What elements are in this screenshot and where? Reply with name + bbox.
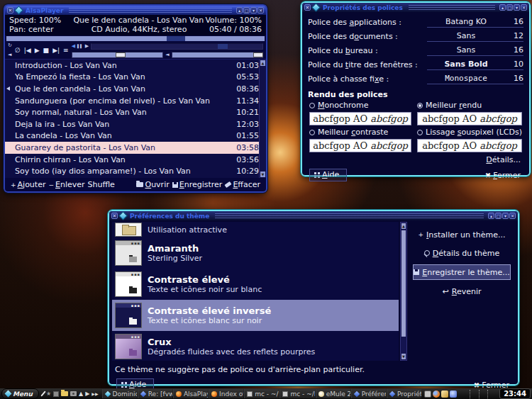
close-button[interactable]: ✕ [509,213,516,219]
close-icon[interactable]: ✕ [304,4,311,11]
tray-terminal-icon[interactable] [424,390,431,398]
cd-icon[interactable]: ∅ [15,47,21,54]
playlist-item[interactable]: Ya Empezó la fiesta - Los Van Van05:53 [5,72,266,84]
font-picker-documents[interactable]: Sans12 [427,31,523,42]
playlist-item-selected[interactable]: Guararey de pastorita - Los Van Van03:58 [5,142,266,154]
tray-firefox-icon[interactable] [433,390,440,398]
playlist-item[interactable]: Introduction - Los Van Van01:03 [5,60,266,72]
volume-handle[interactable] [253,52,263,57]
radio-best-contrast[interactable]: Meilleur contraste [309,128,411,137]
playlist-item[interactable]: La candela - Los Van Van01:55 [5,130,266,142]
scroll-thumb[interactable] [401,230,406,337]
fonts-titlebar[interactable]: ✕ Propriétés des polices ▴ ▢ ▾ ✕ [302,3,529,12]
seek-handle[interactable] [167,36,185,41]
clear-button[interactable]: Effacer [225,180,260,189]
forward-icon[interactable]: ▶ [85,43,89,49]
font-picker-window-title[interactable]: Sans Bold10 [427,60,523,70]
remove-button[interactable]: −Enlever [48,180,84,189]
pan-handle[interactable] [116,52,126,57]
window-menu-icon[interactable] [14,6,23,15]
shuffle-button[interactable]: Shuffle [88,180,115,189]
tray-app-icon[interactable] [450,390,457,398]
pager-desk-2[interactable] [470,390,478,398]
shade-button[interactable]: ▴ [488,213,494,219]
pan-slider[interactable] [72,52,163,58]
theme-details-button[interactable]: Détails du thème [413,246,511,260]
pause-icon[interactable]: ▌▌ [77,43,83,49]
pencil-icon[interactable] [40,390,45,396]
task-button[interactable]: Index of /pub/a [209,389,243,398]
save-button[interactable]: Enregistrer [172,180,223,189]
speaker-icon[interactable]: ◄ [8,52,12,57]
window-menu-icon[interactable] [311,3,321,12]
pager-desk-3[interactable] [479,390,487,398]
speed-slider[interactable] [91,43,263,50]
rewind-icon[interactable]: ◀ [72,43,75,49]
iconify-button[interactable]: ▾ [502,213,509,219]
radio-monochrome[interactable]: Monochrome [309,101,411,110]
task-button[interactable]: Préférences du [351,389,386,398]
playlist-item-playing[interactable]: Que le den candela - Los Van Van08:36 [5,83,266,95]
close-icon[interactable]: ✕ [7,7,13,13]
volume-slider[interactable] [172,52,263,58]
font-picker-applications[interactable]: Batang KO16 [427,17,523,28]
menu-button[interactable]: Menu [1,388,39,399]
task-button[interactable]: Re: [fvwm-crys [138,389,172,398]
save-theme-button[interactable]: Enregistrer le thème... [413,264,511,280]
window-menu-icon[interactable] [118,211,128,220]
theme-list-scrollbar[interactable]: ▲ ▼ [400,222,407,361]
task-button[interactable]: AlsaPlayer - Moz [173,389,208,398]
maximize-button[interactable]: ▢ [243,7,250,13]
close-button[interactable]: ✕ [257,7,264,13]
shade-button[interactable]: ▴ [236,7,243,13]
play-icon[interactable]: ▶ [85,390,89,398]
add-button[interactable]: +Ajouter [11,180,45,189]
playlist-item[interactable]: Soy todo (iay dios amparame!) - Los Van … [5,165,266,177]
next-track-icon[interactable]: ▶▶ [92,390,98,398]
theme-titlebar[interactable]: ✕ Préférences du thème ▴ ▢ ▾ ✕ [109,211,518,220]
next-button[interactable]: ▶| [52,47,60,54]
install-theme-button[interactable]: +Installer un thème... [413,227,511,242]
scroll-up-icon[interactable]: ▲ [401,223,406,229]
task-button[interactable]: mc - ~/Develo [279,389,314,398]
close-dialog-button[interactable]: ✖Fermer [484,170,522,181]
titlebar-grip[interactable] [69,8,232,13]
eject-icon[interactable]: ▲ [79,390,83,398]
theme-item-partial[interactable]: Utilisation attractive [112,222,399,237]
close-icon[interactable]: ✕ [111,213,118,219]
radio-subpixel[interactable]: Lissage souspixel (LCDs) [417,128,522,137]
maximize-button[interactable]: ▢ [495,213,501,219]
theme-item-crux[interactable]: ▪▪▪ CruxDégradés fluides avec des reflet… [112,331,399,361]
playlist-scrollbar[interactable]: ▲ ▼ [259,60,266,178]
folder-icon[interactable] [61,391,68,396]
star-icon[interactable]: ★ [46,390,51,398]
details-link[interactable]: Détails... [486,155,521,164]
playlist-item[interactable]: Chirrin chirran - Los Van Van03:56 [5,154,266,166]
iconify-button[interactable]: ▾ [514,4,520,11]
playlist-item[interactable]: Soy normal, natural - Los Van Van10:21 [5,106,266,118]
theme-item-high-contrast[interactable]: ▪▪▪ Contraste élevéTexte et icônes noir … [112,269,399,300]
stop-button[interactable]: ■ [43,47,50,54]
tray-emule-icon[interactable] [441,390,448,398]
task-button[interactable]: Dominique - O [102,389,137,398]
iconify-button[interactable]: ▾ [250,7,257,13]
camera-icon[interactable] [70,391,77,396]
play-button[interactable]: ▶ [35,47,40,54]
radio-best-render[interactable]: Meilleur rendu [417,101,522,110]
seek-bar[interactable] [6,36,265,41]
font-picker-desktop[interactable]: Sans16 [427,45,523,56]
theme-item-high-contrast-inverse-selected[interactable]: ▪▪▪ Contraste élevé inverséTexte et icôn… [112,300,399,331]
task-button[interactable]: mc - ~/.fvwm~ [244,389,279,398]
speed-handle[interactable] [218,44,228,49]
font-picker-monospace[interactable]: Monospace16 [427,74,523,84]
loop-icon[interactable]: ↻ [8,43,12,48]
close-button[interactable]: ✕ [521,4,527,11]
alsaplayer-titlebar[interactable]: ✕ AlsaPlayer ▴ ▢ ▾ ✕ [5,6,266,15]
package-icon[interactable] [53,391,59,397]
open-button[interactable]: Ouvrir [136,180,169,189]
pager-desk-1[interactable] [462,390,470,398]
task-button[interactable]: Propriétés des [387,389,421,398]
titlebar-grip[interactable] [215,213,484,218]
titlebar-grip[interactable] [409,5,495,10]
playlist-toggle-button[interactable]: ≡ [63,47,69,54]
